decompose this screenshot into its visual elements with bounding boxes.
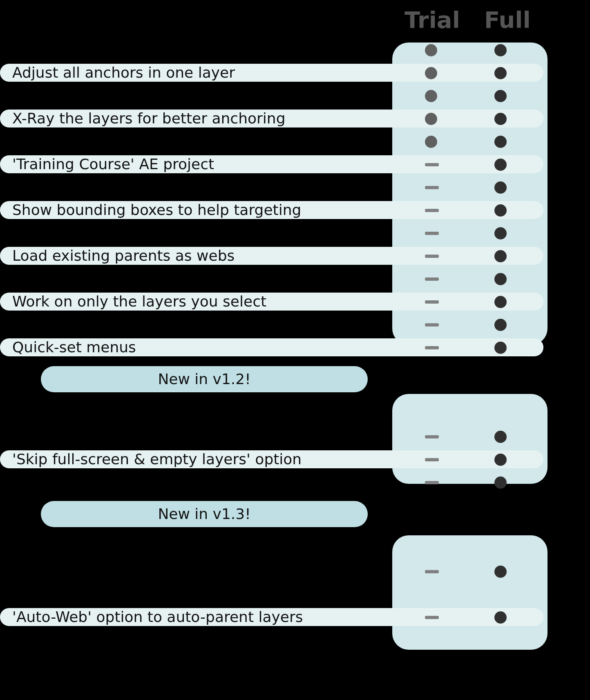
full-mark [494,634,507,646]
trial-mark [425,319,437,331]
dot-icon [494,159,507,171]
feature-label: Work on only the layers you select [0,293,543,311]
trial-mark [425,476,437,489]
dash-icon [425,616,439,619]
feature-row: Work on only the layers you select [0,290,590,313]
trial-mark [425,67,437,79]
dot-icon [494,273,507,285]
full-mark [494,67,507,79]
full-mark [494,90,507,102]
dot-icon [494,113,507,125]
dash-icon [425,163,439,166]
trial-mark [425,342,437,354]
dot-icon [425,67,437,79]
trial-mark [425,611,437,624]
feature-comparison-page: Trial Full No time limit! Adjust all anc… [0,0,590,651]
full-mark [494,431,507,443]
feature-label: Quick-set menus [0,338,543,356]
dot-icon [494,296,507,308]
dash-icon [425,458,439,461]
full-mark [494,454,507,466]
full-mark [494,342,507,354]
dot-icon [425,113,437,125]
full-mark [494,273,507,285]
trial-mark [425,431,437,443]
trial-mark [425,113,437,125]
feature-row [0,267,590,290]
feature-label: 'Skip full-screen & empty layers' option [0,450,543,468]
dash-icon [425,255,439,258]
dot-icon [425,90,437,102]
column-header-trial: Trial [405,7,460,33]
trial-mark [425,44,437,56]
feature-row: X-Ray the layers for better anchoring [0,107,590,130]
dot-icon [494,136,507,148]
dot-icon [494,204,507,217]
full-mark [494,611,507,624]
feature-row [0,38,590,61]
dash-icon [425,346,439,349]
dash-icon [425,209,439,212]
feature-row [0,583,590,606]
trial-mark [425,227,437,239]
feature-row: Show bounding boxes to help targeting [0,199,590,221]
dot-icon [494,431,507,443]
trial-mark [425,204,437,217]
trial-mark [425,634,437,646]
full-mark [494,181,507,194]
feature-label: Show bounding boxes to help targeting [0,201,543,219]
feature-label: 'Training Course' AE project [0,155,543,173]
dash-icon [425,323,439,327]
dot-icon [494,611,507,624]
dot-icon [494,454,507,466]
feature-row [0,313,590,336]
trial-mark [425,273,437,285]
full-mark [494,204,507,217]
dot-icon [425,136,437,148]
feature-label: Load existing parents as webs [0,247,543,265]
trial-mark [425,159,437,171]
dash-icon [425,300,439,304]
feature-row [0,471,590,494]
full-mark [494,159,507,171]
full-mark [494,113,507,125]
dot-icon [494,476,507,489]
full-mark [494,44,507,56]
dot-icon [494,67,507,79]
dot-icon [494,181,507,194]
trial-mark [425,566,437,578]
full-mark [494,250,507,262]
dash-icon [425,232,439,235]
feature-label: Adjust all anchors in one layer [0,64,543,82]
dot-icon [494,319,507,331]
feature-row: Quick-set menus [0,336,590,359]
trial-mark [425,136,437,148]
feature-row: Adjust all anchors in one layer [0,61,590,84]
dot-icon [494,44,507,56]
dot-icon [494,90,507,102]
full-mark [494,476,507,489]
trial-mark [425,181,437,194]
trial-mark [425,454,437,466]
dash-icon [425,277,439,281]
feature-row [0,425,590,448]
feature-label: X-Ray the layers for better anchoring [0,110,543,127]
full-mark [494,296,507,308]
full-mark [494,227,507,239]
feature-row [0,130,590,153]
trial-mark [425,250,437,262]
section-heading: New in v1.3! [41,501,368,527]
dash-icon [425,186,439,189]
trial-mark [425,90,437,102]
full-mark [494,319,507,331]
dash-icon [425,570,439,573]
dot-icon [494,250,507,262]
feature-row [0,84,590,107]
dash-icon [425,481,439,484]
trial-mark [425,296,437,308]
dot-icon [494,342,507,354]
feature-label: 'Auto-Web' option to auto-parent layers [0,608,543,626]
feature-row [0,628,590,651]
feature-row: 'Auto-Web' option to auto-parent layers [0,606,590,628]
section-heading: New in v1.2! [41,366,368,392]
